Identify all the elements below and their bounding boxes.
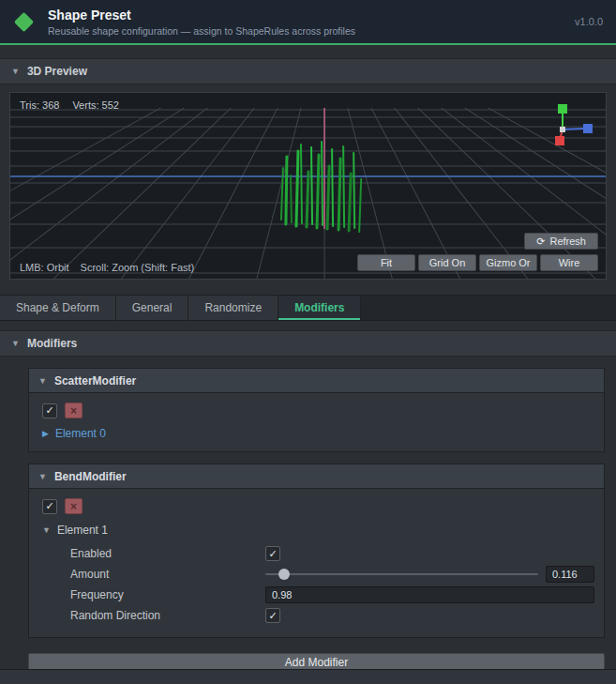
mesh-stats: Tris: 368 Verts: 552 [20,99,119,111]
scatter-modifier-body: ✓ × ▶ Element 0 [29,393,604,451]
enabled-checkbox[interactable]: ✓ [265,546,280,561]
bend-modifier-panel: ▼ BendModifier ✓ × ▼ Element 1 Enabled [28,464,605,638]
page-subtitle: Reusable shape configuration — assign to… [48,25,565,37]
preview-viewport[interactable]: Tris: 368 Verts: 552 ⟳ Refresh Fit Grid … [9,92,607,280]
page-title: Shape Preset [48,8,565,23]
collapse-arrow-icon: ▼ [11,67,20,76]
preview-toolbar: Fit Grid On Gizmo Or Wire [357,254,598,271]
scatter-remove-button[interactable]: × [65,403,83,418]
refresh-button[interactable]: ⟳ Refresh [524,233,598,250]
bend-controls-row: ✓ × [42,498,594,514]
panel-title: BendModifier [54,470,127,483]
header: Shape Preset Reusable shape configuratio… [0,0,616,45]
field-label: Random Direction [70,609,265,622]
tab-general[interactable]: General [116,296,189,320]
section-header-3d-preview[interactable]: ▼ 3D Preview [0,58,616,84]
random-direction-checkbox[interactable]: ✓ [265,608,280,623]
collapse-arrow-icon: ▼ [38,376,47,386]
frequency-value-field[interactable] [265,586,594,603]
scatter-controls-row: ✓ × [42,403,594,418]
check-icon: ✓ [45,501,53,511]
axis-gizmo-icon[interactable] [551,100,596,149]
amount-value-field[interactable] [546,566,594,583]
field-row-frequency: Frequency [42,585,594,605]
grid-toggle-button[interactable]: Grid On [418,254,476,271]
close-icon: × [70,501,77,512]
version-label: v1.0.0 [575,16,603,27]
header-text: Shape Preset Reusable shape configuratio… [48,8,565,37]
wire-toggle-button[interactable]: Wire [540,254,598,271]
bend-modifier-body: ✓ × ▼ Element 1 Enabled ✓ Amount [29,489,604,637]
verts-count: Verts: 552 [72,99,119,111]
amount-slider-handle[interactable] [278,569,290,580]
bend-remove-button[interactable]: × [65,498,83,514]
section-title: 3D Preview [27,65,87,78]
collapse-arrow-icon: ▼ [11,339,20,348]
check-icon: ✓ [45,405,53,416]
element-label: Element 1 [57,524,108,537]
bend-modifier-header[interactable]: ▼ BendModifier [29,464,604,489]
bend-element-foldout[interactable]: ▼ Element 1 [42,523,594,538]
expand-arrow-icon: ▶ [42,429,49,438]
check-icon: ✓ [268,611,277,621]
close-icon: × [70,405,77,417]
tris-count: Tris: 368 [20,99,59,111]
preview-canvas[interactable] [10,93,606,279]
field-row-amount: Amount [42,564,594,585]
viewport-hint: LMB: Orbit Scroll: Zoom (Shift: Fast) [20,262,194,273]
tab-shape-deform[interactable]: Shape & Deform [0,296,116,320]
refresh-icon: ⟳ [536,236,545,248]
hint-zoom: Scroll: Zoom (Shift: Fast) [81,262,195,273]
tab-modifiers[interactable]: Modifiers [278,296,361,320]
check-icon: ✓ [268,549,277,559]
amount-slider[interactable] [265,573,538,575]
scatter-modifier-panel: ▼ ScatterModifier ✓ × ▶ Element 0 [28,368,605,452]
tab-randomize[interactable]: Randomize [188,296,278,320]
field-label: Frequency [70,588,265,601]
preview-mesh [281,142,361,232]
element-label: Element 0 [55,427,106,440]
panel-title: ScatterModifier [54,374,136,388]
scatter-modifier-header[interactable]: ▼ ScatterModifier [29,369,604,393]
section-title: Modifiers [27,337,77,350]
collapse-arrow-icon: ▼ [42,525,51,535]
section-header-modifiers[interactable]: ▼ Modifiers [0,330,616,357]
bend-enabled-checkbox[interactable]: ✓ [42,499,57,514]
field-label: Enabled [70,547,265,560]
shape-preset-inspector: Shape Preset Reusable shape configuratio… [0,0,616,684]
field-row-random-direction: Random Direction ✓ [42,605,594,626]
refresh-label: Refresh [549,236,586,247]
fit-button[interactable]: Fit [357,254,415,271]
collapse-arrow-icon: ▼ [38,472,47,481]
tab-bar: Shape & Deform General Randomize Modifie… [0,295,616,321]
scatter-element-foldout[interactable]: ▶ Element 0 [42,427,594,440]
field-row-enabled: Enabled ✓ [42,543,594,564]
hint-orbit: LMB: Orbit [20,262,69,273]
diamond-logo-icon [14,11,34,31]
field-label: Amount [70,568,265,581]
gizmo-toggle-button[interactable]: Gizmo Or [479,254,537,271]
footer-bar [0,669,616,684]
scatter-enabled-checkbox[interactable]: ✓ [42,403,57,418]
